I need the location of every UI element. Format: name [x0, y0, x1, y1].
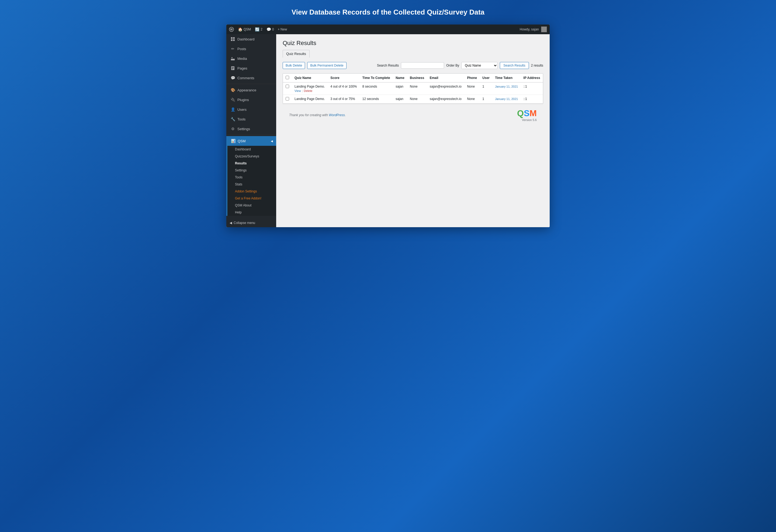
- row2-phone: None: [464, 95, 479, 104]
- qsm-logo-s: S: [524, 108, 530, 118]
- sidebar-label-tools: Tools: [237, 117, 245, 121]
- sidebar-item-qsm-help[interactable]: Help: [227, 209, 276, 216]
- pages-icon: [230, 66, 235, 70]
- row1-user: 1: [479, 82, 492, 95]
- sidebar-item-comments[interactable]: 💬 Comments: [226, 73, 276, 83]
- bulk-delete-button[interactable]: Bulk Delete: [282, 62, 305, 69]
- row1-checkbox[interactable]: [285, 84, 289, 88]
- th-name: Name: [393, 73, 407, 82]
- posts-icon: ✏: [230, 46, 235, 51]
- th-quiz-name: Quiz Name: [292, 73, 328, 82]
- plugins-icon: 🔌: [230, 97, 235, 102]
- updates-item[interactable]: 🔄 2: [255, 27, 262, 32]
- qsm-logo-m: M: [530, 108, 537, 118]
- results-table-wrapper: Quiz Name Score Time To Complete Name Bu…: [282, 73, 543, 104]
- sidebar-item-media[interactable]: Media: [226, 54, 276, 63]
- sidebar-item-dashboard[interactable]: Dashboard: [226, 34, 276, 44]
- sidebar-label-pages: Pages: [237, 66, 247, 70]
- sidebar-item-qsm-free-addon[interactable]: Get a Free Addon!: [227, 195, 276, 202]
- search-results-button[interactable]: Search Results: [500, 62, 529, 69]
- search-input[interactable]: [401, 62, 444, 69]
- row2-ip: ::1: [521, 95, 543, 104]
- sidebar-divider-1: [226, 84, 276, 84]
- table-head: Quiz Name Score Time To Complete Name Bu…: [283, 73, 543, 82]
- comments-icon: 💬: [266, 27, 271, 32]
- footer-text-static: Thank you for creating with: [289, 113, 328, 117]
- sidebar-label-posts: Posts: [237, 47, 246, 51]
- svg-rect-10: [232, 68, 234, 68]
- sidebar-item-settings[interactable]: ⚙ Settings: [226, 124, 276, 134]
- sidebar-divider-2: [226, 135, 276, 135]
- th-phone: Phone: [464, 73, 479, 82]
- sidebar-item-qsm-addon-settings[interactable]: Addon Settings: [227, 188, 276, 195]
- bulk-permanent-delete-button[interactable]: Bulk Permanent Delete: [307, 62, 346, 69]
- footer: Thank you for creating with WordPress. Q…: [282, 104, 543, 126]
- sidebar-label-settings: Settings: [237, 127, 250, 131]
- row1-quiz-name: Landing Page Demo. View | Delete: [292, 82, 328, 95]
- sidebar-item-qsm-results[interactable]: Results: [227, 160, 276, 167]
- sidebar-item-pages[interactable]: Pages: [226, 63, 276, 73]
- svg-rect-11: [232, 69, 233, 69]
- row2-date-link[interactable]: January 11, 2021: [495, 97, 518, 101]
- row2-time: 12 seconds: [360, 95, 393, 104]
- toolbar: Bulk Delete Bulk Permanent Delete Search…: [282, 62, 543, 69]
- select-all-checkbox[interactable]: [285, 76, 289, 79]
- sidebar-item-tools[interactable]: 🔧 Tools: [226, 114, 276, 124]
- sidebar-item-posts[interactable]: ✏ Posts: [226, 44, 276, 54]
- table-row: Landing Page Demo. View | Delete 4 out o…: [283, 82, 543, 95]
- th-user: User: [479, 73, 492, 82]
- admin-bar-right: Howdy, sajan: [520, 26, 547, 32]
- row2-name: sajan: [393, 95, 407, 104]
- qsm-title: QSM: [238, 139, 246, 143]
- comments-item[interactable]: 💬 0: [266, 27, 274, 32]
- sidebar-item-qsm-settings[interactable]: Settings: [227, 167, 276, 174]
- sidebar-label-comments: Comments: [237, 76, 254, 80]
- settings-icon: ⚙: [230, 126, 235, 131]
- row1-name: sajan: [393, 82, 407, 95]
- site-name: QSM: [243, 27, 251, 31]
- row1-view-link[interactable]: View: [295, 89, 301, 93]
- sidebar-item-qsm-about[interactable]: QSM About: [227, 202, 276, 209]
- sidebar-item-plugins[interactable]: 🔌 Plugins: [226, 95, 276, 105]
- row2-score: 3 out of 4 or 75%: [328, 95, 360, 104]
- table-row: Landing Page Demo. 3 out of 4 or 75% 12 …: [283, 95, 543, 104]
- avatar[interactable]: [541, 26, 547, 32]
- sidebar-label-dashboard: Dashboard: [237, 37, 255, 41]
- wp-logo-item[interactable]: W: [229, 27, 234, 32]
- qsm-logo: QSM Version 5.6: [517, 108, 537, 122]
- row1-date-link[interactable]: January 11, 2021: [495, 85, 518, 88]
- comments-count: 0: [272, 27, 274, 31]
- sidebar-item-users[interactable]: 👤 Users: [226, 105, 276, 114]
- order-by-label: Order By: [446, 63, 459, 67]
- qsm-section-title[interactable]: 📊 QSM ◀: [227, 136, 276, 146]
- th-checkbox: [283, 73, 292, 82]
- row2-checkbox[interactable]: [285, 97, 289, 101]
- sidebar-item-qsm-stats[interactable]: Stats: [227, 181, 276, 188]
- site-name-item[interactable]: 🏠 QSM: [238, 27, 251, 32]
- row1-business: None: [407, 82, 427, 95]
- sidebar-item-qsm-tools[interactable]: Tools: [227, 174, 276, 181]
- sidebar-item-qsm-dashboard[interactable]: Dashboard: [227, 146, 276, 153]
- order-by-select[interactable]: Quiz Name Score Time To Complete Name Em…: [461, 62, 498, 69]
- tab-quiz-results[interactable]: Quiz Results: [282, 50, 310, 58]
- th-email: Email: [427, 73, 464, 82]
- main-content: Quiz Results Quiz Results Bulk Delete Bu…: [276, 34, 550, 227]
- row2-time-taken: January 11, 2021: [492, 95, 521, 104]
- th-time: Time To Complete: [360, 73, 393, 82]
- collapse-menu-button[interactable]: ◀ Collapse menu: [226, 218, 276, 227]
- sidebar: Dashboard ✏ Posts Media Pages 💬 Comme: [226, 34, 276, 227]
- footer-wordpress-link[interactable]: WordPress: [329, 113, 345, 117]
- media-icon: [230, 56, 235, 61]
- row2-quiz-name: Landing Page Demo.: [292, 95, 328, 104]
- new-item[interactable]: + New: [278, 27, 287, 31]
- howdy-text: Howdy, sajan: [520, 27, 539, 31]
- results-table: Quiz Name Score Time To Complete Name Bu…: [283, 73, 543, 104]
- sidebar-label-appearance: Appearance: [237, 88, 256, 92]
- row1-delete-link[interactable]: Delete: [304, 89, 313, 93]
- sidebar-item-qsm-quizzes[interactable]: Quizzes/Surveys: [227, 153, 276, 160]
- collapse-label: Collapse menu: [234, 221, 255, 225]
- sidebar-item-appearance[interactable]: 🎨 Appearance: [226, 85, 276, 95]
- row2-user: 1: [479, 95, 492, 104]
- updates-count: 2: [260, 27, 262, 31]
- row1-time-taken: January 11, 2021: [492, 82, 521, 95]
